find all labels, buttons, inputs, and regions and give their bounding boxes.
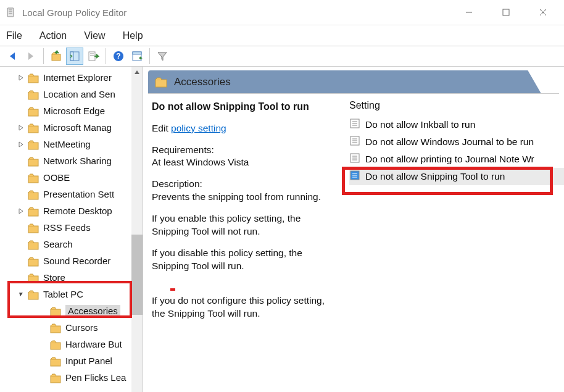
expander-icon[interactable] bbox=[16, 156, 26, 166]
tree-item[interactable]: Network Sharing bbox=[0, 152, 143, 169]
desc-text: If you enable this policy setting, the S… bbox=[152, 212, 339, 238]
tree-item-label: Hardware But bbox=[65, 339, 122, 349]
folder-icon bbox=[27, 222, 39, 234]
tree-item[interactable]: Location and Sen bbox=[0, 86, 143, 102]
expander-icon[interactable] bbox=[16, 273, 26, 283]
tree-scrollbar[interactable] bbox=[131, 67, 143, 392]
expander-icon[interactable] bbox=[16, 256, 26, 266]
scroll-up-icon[interactable] bbox=[131, 67, 143, 78]
tree-item-label: Presentation Sett bbox=[43, 189, 114, 199]
expander-icon[interactable] bbox=[16, 73, 26, 83]
tree-item[interactable]: Remote Desktop bbox=[0, 202, 143, 219]
tree-item-label: Sound Recorder bbox=[43, 256, 110, 266]
svg-rect-37 bbox=[156, 80, 167, 87]
expander-icon[interactable] bbox=[16, 190, 26, 199]
titlebar: Local Group Policy Editor bbox=[0, 0, 564, 25]
setting-label: Do not allow Snipping Tool to run bbox=[365, 171, 505, 182]
setting-label: Do not allow printing to Journal Note Wr bbox=[365, 154, 534, 165]
tree-item[interactable]: Input Panel bbox=[0, 352, 143, 369]
folder-icon bbox=[27, 272, 39, 284]
svg-rect-35 bbox=[51, 359, 60, 366]
setting-row[interactable]: Do not allow Windows Journal to be run bbox=[349, 133, 564, 151]
close-button[interactable] bbox=[525, 0, 562, 25]
folder-icon bbox=[154, 75, 168, 89]
column-header-setting[interactable]: Setting bbox=[349, 100, 564, 116]
window-title: Local Group Policy Editor bbox=[22, 7, 450, 18]
tree-item[interactable]: Accessories bbox=[0, 302, 143, 319]
menu-action[interactable]: Action bbox=[39, 30, 67, 41]
tree-item[interactable]: Microsoft Manag bbox=[0, 119, 143, 136]
tree-item[interactable]: Tablet PC bbox=[0, 286, 143, 302]
tree-item[interactable]: RSS Feeds bbox=[0, 219, 143, 236]
setting-label: Do not allow Inkball to run bbox=[365, 119, 475, 130]
expander-icon[interactable] bbox=[16, 290, 26, 299]
expander-icon[interactable] bbox=[16, 90, 26, 99]
export-list-button[interactable] bbox=[85, 48, 102, 65]
back-button[interactable] bbox=[4, 48, 21, 65]
tree-item-label: Network Sharing bbox=[43, 156, 112, 166]
minimize-button[interactable] bbox=[450, 0, 487, 25]
folder-icon bbox=[27, 105, 39, 117]
setting-name: Do not allow Snipping Tool to run bbox=[152, 100, 339, 114]
tree-item[interactable]: Presentation Sett bbox=[0, 186, 143, 202]
desc-text: If you disable this policy setting, the … bbox=[152, 247, 339, 273]
cursor-indicator bbox=[170, 288, 175, 291]
expander-icon[interactable] bbox=[16, 140, 26, 149]
tree-item-label: Remote Desktop bbox=[43, 206, 112, 216]
menu-view[interactable]: View bbox=[84, 30, 105, 41]
folder-icon bbox=[27, 172, 39, 184]
tree-item[interactable]: Store bbox=[0, 269, 143, 286]
tree-item[interactable]: Search bbox=[0, 236, 143, 252]
tree-item-label: Pen Flicks Lea bbox=[65, 372, 126, 383]
tree-item[interactable]: Sound Recorder bbox=[0, 252, 143, 269]
svg-rect-17 bbox=[133, 52, 141, 54]
setting-row[interactable]: Do not allow Snipping Tool to run bbox=[349, 168, 564, 185]
tree-item[interactable]: Microsoft Edge bbox=[0, 102, 143, 119]
folder-icon bbox=[27, 72, 39, 84]
svg-rect-29 bbox=[28, 259, 38, 266]
help-button[interactable]: ? bbox=[110, 48, 127, 65]
setting-row[interactable]: Do not allow printing to Journal Note Wr bbox=[349, 151, 564, 168]
folder-icon bbox=[49, 338, 62, 351]
properties-button[interactable] bbox=[128, 48, 146, 65]
tree-item[interactable]: Cursors bbox=[0, 319, 143, 336]
svg-rect-32 bbox=[51, 309, 60, 316]
scroll-thumb[interactable] bbox=[131, 235, 143, 315]
separator bbox=[149, 48, 150, 64]
expander-icon[interactable] bbox=[16, 106, 26, 116]
expander-icon[interactable] bbox=[16, 223, 26, 233]
filter-button[interactable] bbox=[154, 48, 171, 65]
content-header: Accessories bbox=[148, 70, 559, 94]
setting-row[interactable]: Do not allow Inkball to run bbox=[349, 116, 564, 133]
maximize-button[interactable] bbox=[487, 0, 525, 25]
expander-icon[interactable] bbox=[16, 173, 26, 183]
tree-item[interactable]: Internet Explorer bbox=[0, 69, 143, 86]
tree-item[interactable]: Hardware But bbox=[0, 336, 143, 352]
expander-icon[interactable] bbox=[16, 206, 26, 216]
menu-help[interactable]: Help bbox=[123, 30, 143, 41]
policy-icon bbox=[349, 135, 360, 149]
menubar: File Action View Help bbox=[0, 25, 564, 46]
separator bbox=[43, 48, 44, 64]
content-header-label: Accessories bbox=[174, 76, 231, 88]
expander-icon[interactable] bbox=[16, 123, 26, 133]
tree-item[interactable]: OOBE bbox=[0, 169, 143, 186]
up-one-level-button[interactable] bbox=[48, 48, 65, 65]
expander-icon[interactable] bbox=[16, 240, 26, 249]
forward-button[interactable] bbox=[22, 48, 39, 65]
folder-icon bbox=[27, 288, 39, 301]
tree-item-label: NetMeeting bbox=[43, 139, 91, 149]
tree-item-label: OOBE bbox=[43, 172, 70, 183]
menu-file[interactable]: File bbox=[6, 30, 22, 41]
tree-item[interactable]: Pen Flicks Lea bbox=[0, 369, 143, 386]
toolbar: ? bbox=[0, 46, 564, 67]
show-hide-tree-button[interactable] bbox=[66, 48, 83, 65]
tree-item[interactable]: NetMeeting bbox=[0, 136, 143, 152]
svg-rect-26 bbox=[28, 209, 38, 216]
policy-icon bbox=[349, 152, 360, 166]
edit-policy-link[interactable]: policy setting bbox=[171, 123, 226, 133]
folder-icon bbox=[27, 155, 39, 167]
folder-icon bbox=[27, 88, 39, 101]
svg-rect-19 bbox=[28, 93, 38, 99]
tree-pane: Internet ExplorerLocation and SenMicroso… bbox=[0, 67, 143, 392]
